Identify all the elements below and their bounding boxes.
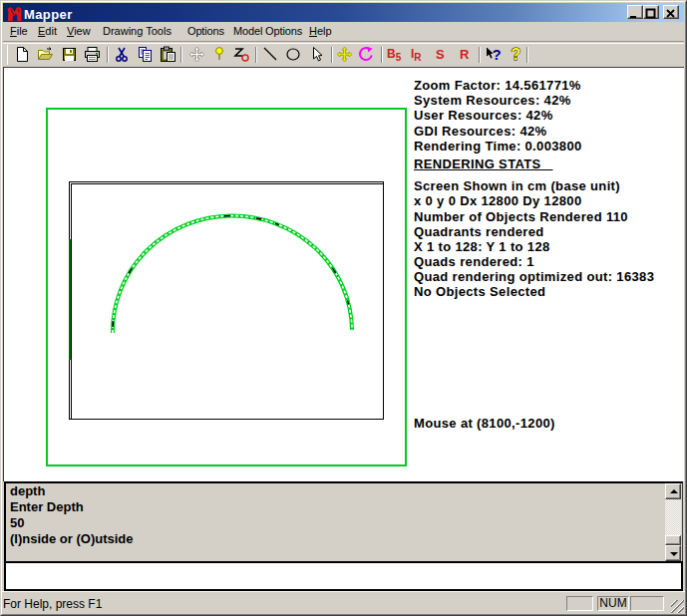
svg-text:?: ?: [512, 46, 521, 63]
